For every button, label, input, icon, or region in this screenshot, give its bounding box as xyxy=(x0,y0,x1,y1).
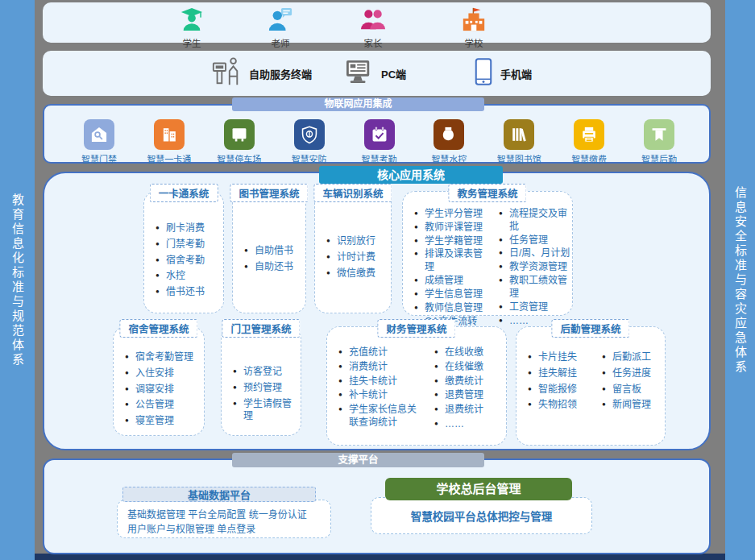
card-vehicle-system: 车辆识别系统 识别放行计时计费微信缴费 xyxy=(314,191,392,313)
iot-panel: 智慧门禁 智慧一 xyxy=(43,104,711,164)
iot-tiles-row: 智慧门禁 智慧一 xyxy=(44,106,709,165)
list-item: 退费管理 xyxy=(434,389,506,402)
list-item: 学生信息管理 xyxy=(414,288,487,301)
list-item: 教学资源管理 xyxy=(499,261,572,274)
card-logistics-columns: 卡片挂失挂失解挂智能报修失物招领 后勤派工任务进度留言板新闻管理 xyxy=(516,338,665,415)
parking-icon xyxy=(224,119,255,150)
card-vehicle-items: 识别放行计时计费微信缴费 xyxy=(315,235,391,280)
list-item: 排课及课表管理 xyxy=(414,248,487,274)
card-vehicle-title: 车辆识别系统 xyxy=(313,184,392,202)
card-onecard-system: 一卡通系统 刷卡消费门禁考勤宿舍考勤水控借书还书 xyxy=(143,191,224,313)
bottom-frame-strip xyxy=(35,554,725,560)
iot-parking: 智慧停车场 xyxy=(207,119,272,165)
card-academic-title: 教务管理系统 xyxy=(448,184,526,202)
security-shield-icon xyxy=(294,119,325,150)
list-item: 微信缴费 xyxy=(326,268,386,280)
school-admin-desc: 智慧校园平台总体把控与管理 xyxy=(371,497,592,534)
list-item: …… xyxy=(434,418,506,431)
card-library-system: 图书管理系统 自助借书自助还书 xyxy=(232,191,306,313)
list-item: 学生家长信息关联查询统计 xyxy=(338,404,423,429)
card-onecard-title: 一卡通系统 xyxy=(150,184,218,202)
base-data-platform-title: 基础数据平台 xyxy=(122,487,316,502)
terminal-pc-label: PC端 xyxy=(381,66,406,81)
iot-logistics: 智慧后勤 xyxy=(627,119,691,165)
user-teacher: 老师 xyxy=(247,6,314,49)
card-gatekeeper-title: 门卫管理系统 xyxy=(222,319,300,338)
left-band-label: 教育信息化标准与规范体系 xyxy=(9,193,26,367)
list-item: 自助还书 xyxy=(244,261,301,274)
core-section-header: 核心应用系统 xyxy=(319,166,503,184)
onecard-icon xyxy=(154,119,185,150)
list-item: 访客登记 xyxy=(233,366,296,379)
iot-library: 智慧图书馆 xyxy=(487,119,551,165)
user-student-label: 学生 xyxy=(183,36,201,49)
card-dormitory-title: 宿舍管理系统 xyxy=(119,319,197,338)
user-student: 学生 xyxy=(158,6,226,49)
card-academic-system: 教务管理系统 学生评分管理教师评课管理学生学籍管理排课及课表管理成绩管理学生信息… xyxy=(402,191,573,316)
list-item: 水控 xyxy=(156,270,218,283)
left-standards-band: 教育信息化标准与规范体系 xyxy=(0,0,35,560)
list-item: 补卡统计 xyxy=(338,389,423,402)
iot-door-access-label: 智慧门禁 xyxy=(81,152,117,165)
iot-payment: 智慧缴费 xyxy=(557,119,621,165)
user-parents: 家长 xyxy=(339,6,407,49)
list-item: 教职工绩效管理 xyxy=(499,275,572,301)
card-dormitory-items: 宿舍考勤管理入住安排调寝安排公告管理寝室管理 xyxy=(114,351,204,428)
school-admin-title: 学校总后台管理 xyxy=(385,478,572,500)
list-item: 缴费统计 xyxy=(434,375,506,388)
logistics-icon xyxy=(644,119,674,150)
user-parents-label: 家长 xyxy=(364,36,383,49)
card-finance-title: 财务管理系统 xyxy=(377,319,455,338)
terminals-panel: 自助服务终端 PC端 xyxy=(43,51,711,96)
payment-icon xyxy=(574,119,604,150)
card-library-items: 自助借书自助还书 xyxy=(233,245,305,274)
iot-attendance-label: 智慧考勤 xyxy=(362,152,397,165)
list-item: 学生评分管理 xyxy=(414,208,487,221)
list-item: 借书还书 xyxy=(156,286,218,299)
iot-parking-label: 智慧停车场 xyxy=(217,152,261,165)
list-item: 宿舍考勤 xyxy=(156,255,218,268)
teacher-icon xyxy=(268,6,293,35)
list-item: 公告管理 xyxy=(125,399,199,412)
base-data-platform-line1: 基础数据管理 平台全局配置 统一身份认证 xyxy=(127,508,322,522)
list-item: 识别放行 xyxy=(326,235,386,248)
list-item: 智能报修 xyxy=(528,384,591,396)
card-finance-columns: 充值统计消费统计挂失卡统计补卡统计学生家长信息关联查询统计 在线收缴在线催缴缴费… xyxy=(327,338,506,433)
library-books-icon xyxy=(504,119,534,150)
card-academic-columns: 学生评分管理教师评课管理学生学籍管理排课及课表管理成绩管理学生信息管理教师信息管… xyxy=(403,203,572,329)
iot-attendance: 智慧考勤 xyxy=(347,119,412,165)
card-logistics-items-col2: 后勤派工任务进度留言板新闻管理 xyxy=(591,351,665,415)
core-panel: 一卡通系统 刷卡消费门禁考勤宿舍考勤水控借书还书 图书管理系统 自助借书自助还书… xyxy=(43,172,711,450)
student-icon xyxy=(180,6,204,35)
list-item: 后勤派工 xyxy=(602,351,665,364)
list-item: 预约管理 xyxy=(233,382,296,395)
card-finance-system: 财务管理系统 充值统计消费统计挂失卡统计补卡统计学生家长信息关联查询统计 在线收… xyxy=(326,326,507,446)
list-item: 宿舍考勤管理 xyxy=(125,351,199,364)
terminal-mobile: 手机端 xyxy=(474,57,532,89)
card-finance-items-col2: 在线收缴在线催缴缴费统计退费管理退费统计…… xyxy=(423,346,506,433)
list-item: 调寝安排 xyxy=(125,384,199,396)
iot-water-control-label: 智慧水控 xyxy=(431,152,467,165)
parents-icon xyxy=(360,6,386,35)
list-item: 入住安排 xyxy=(125,367,199,380)
card-onecard-items: 刷卡消费门禁考勤宿舍考勤水控借书还书 xyxy=(144,222,223,299)
iot-logistics-label: 智慧后勤 xyxy=(641,152,677,165)
list-item: 流程提交及审批 xyxy=(499,208,572,234)
list-item: 在线收缴 xyxy=(434,346,506,359)
smart-campus-architecture-diagram: 教育信息化标准与规范体系 信息安全标准与容灾应急体系 学生 xyxy=(0,0,755,560)
water-control-icon xyxy=(434,119,464,150)
phone-icon xyxy=(474,57,493,89)
user-school-label: 学校 xyxy=(465,36,483,49)
list-item: 学生学籍管理 xyxy=(414,235,487,248)
card-logistics-items-col1: 卡片挂失挂失解挂智能报修失物招领 xyxy=(516,351,591,415)
pc-icon xyxy=(345,59,374,88)
list-item: 任务进度 xyxy=(602,367,665,380)
card-dormitory-system: 宿舍管理系统 宿舍考勤管理入住安排调寝安排公告管理寝室管理 xyxy=(113,326,205,436)
support-section-header: 支撑平台 xyxy=(232,453,484,467)
terminal-kiosk-label: 自助服务终端 xyxy=(249,66,312,81)
kiosk-icon xyxy=(211,56,242,91)
list-item: 刷卡消费 xyxy=(156,222,218,235)
list-item: 在线催缴 xyxy=(434,361,506,374)
list-item: 教师评课管理 xyxy=(414,222,487,234)
card-academic-items-col2: 流程提交及审批任务管理日/周、月计划教学资源管理教职工绩效管理工资管理…… xyxy=(487,208,572,329)
